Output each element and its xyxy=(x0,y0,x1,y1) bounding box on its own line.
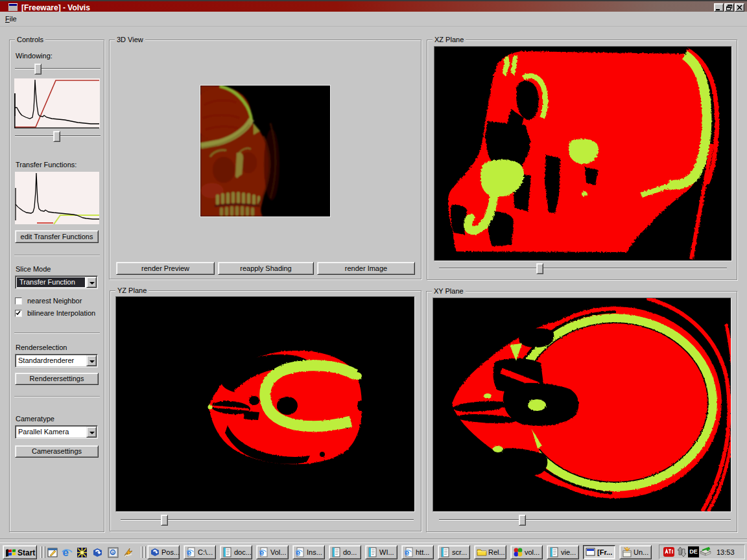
svg-text:e: e xyxy=(405,548,409,557)
svg-text:e: e xyxy=(63,547,69,558)
svg-text:a: a xyxy=(112,550,114,555)
svg-text:e: e xyxy=(296,548,300,557)
svg-text:e: e xyxy=(187,548,191,557)
svg-text:e: e xyxy=(259,548,264,557)
